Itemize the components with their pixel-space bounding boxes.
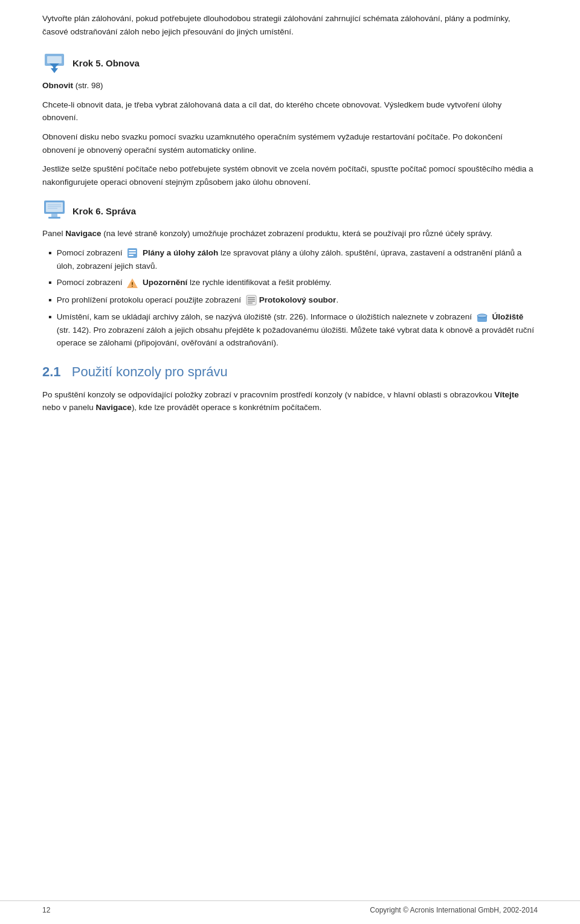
obnovit-desc1: Chcete-li obnovit data, je třeba vybrat … bbox=[42, 98, 538, 124]
section-2-1-heading: 2.1 Použití konzoly pro správu bbox=[42, 364, 538, 380]
svg-rect-7 bbox=[51, 214, 57, 217]
svg-rect-17 bbox=[132, 282, 133, 285]
storage-icon bbox=[476, 311, 488, 323]
download-icon bbox=[42, 50, 68, 75]
svg-rect-1 bbox=[47, 56, 62, 63]
obnovit-line: Obnovit (str. 98) bbox=[42, 79, 538, 92]
monitor-icon bbox=[42, 198, 68, 223]
krok5-title: Krok 5. Obnova bbox=[72, 58, 140, 68]
krok5-heading: Krok 5. Obnova bbox=[42, 50, 538, 75]
intro-paragraph: Vytvořte plán zálohování, pokud potřebuj… bbox=[42, 12, 538, 38]
sprava-desc: Panel Navigace (na levé straně konzoly) … bbox=[42, 227, 538, 240]
obnovit-desc3: Jestliže selže spuštění počítače nebo po… bbox=[42, 162, 538, 188]
svg-rect-21 bbox=[248, 299, 255, 300]
section-2-1-title: Použití konzoly pro správu bbox=[72, 364, 228, 379]
svg-point-18 bbox=[132, 286, 133, 287]
svg-rect-14 bbox=[129, 252, 136, 254]
bullet-item-3: Pro prohlížení protokolu operací použijt… bbox=[42, 294, 538, 307]
page-footer: 12 Copyright © Acronis International Gmb… bbox=[0, 900, 580, 914]
krok6-heading: Krok 6. Správa bbox=[42, 198, 538, 223]
section-2-1-desc: Po spuštění konzoly se odpovídající polo… bbox=[42, 388, 538, 414]
svg-rect-23 bbox=[248, 303, 253, 304]
svg-rect-8 bbox=[48, 217, 60, 219]
krok5-content: Obnovit (str. 98) Chcete-li obnovit data… bbox=[42, 79, 538, 188]
sprava-bullets: Pomocí zobrazení Plány a úlohy záloh lze… bbox=[42, 246, 538, 350]
svg-rect-22 bbox=[248, 301, 255, 302]
page-container: Vytvořte plán zálohování, pokud potřebuj… bbox=[0, 0, 580, 924]
svg-rect-15 bbox=[129, 255, 134, 256]
bullet-item-4: Umístění, kam se ukládají archivy záloh,… bbox=[42, 310, 538, 350]
warning-icon bbox=[126, 277, 138, 289]
krok6-content: Panel Navigace (na levé straně konzoly) … bbox=[42, 227, 538, 349]
svg-rect-13 bbox=[129, 250, 136, 251]
krok6-title: Krok 6. Správa bbox=[72, 206, 136, 216]
bullet-item-1: Pomocí zobrazení Plány a úlohy záloh lze… bbox=[42, 246, 538, 272]
bullet-item-2: Pomocí zobrazení Upozornění lze rychle i… bbox=[42, 276, 538, 289]
plans-icon bbox=[126, 247, 138, 259]
copyright-text: Copyright © Acronis International GmbH, … bbox=[370, 906, 538, 914]
svg-rect-19 bbox=[246, 295, 256, 305]
svg-rect-6 bbox=[46, 202, 63, 212]
svg-rect-20 bbox=[248, 297, 255, 298]
obnovit-label: Obnovit bbox=[42, 81, 73, 90]
log-icon bbox=[245, 294, 257, 306]
section-2-1-number: 2.1 bbox=[42, 364, 61, 379]
obnovit-desc2: Obnovení disku nebo svazku pomocí svazku… bbox=[42, 130, 538, 156]
obnovit-str: (str. 98) bbox=[76, 81, 103, 90]
page-number: 12 bbox=[42, 906, 50, 914]
